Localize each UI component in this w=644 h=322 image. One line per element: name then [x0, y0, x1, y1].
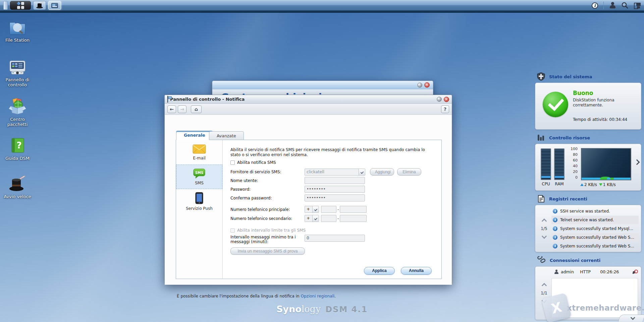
log-text: Telnet service was started.: [560, 218, 614, 222]
pager-count: 1/1: [541, 291, 547, 295]
sidebar-item-label: SMS: [195, 181, 204, 185]
info-icon: i: [553, 244, 557, 248]
primary-phone-label: Numero telefonico principale:: [230, 207, 305, 212]
status-ok-icon: [543, 92, 568, 117]
chevron-down-icon: [312, 215, 319, 222]
disconnect-icon[interactable]: [633, 270, 638, 274]
dialog-footer: È possibile cambiare l'impostazione dell…: [177, 294, 336, 298]
provider-value: clickatell: [305, 169, 359, 175]
desktop-icon-label: File Station: [0, 38, 35, 43]
back-button[interactable]: ←: [167, 105, 176, 113]
help-button[interactable]: ?: [441, 105, 449, 113]
secondary-area-input[interactable]: [321, 215, 336, 222]
sidebar-item-label: E-mail: [193, 156, 206, 160]
info-icon: i: [553, 218, 557, 222]
desktop-icon-quick-start[interactable]: Avvio veloce: [0, 176, 35, 199]
delete-provider-button[interactable]: Elimina: [397, 168, 421, 176]
desktop-icon-control-panel[interactable]: Pannello di controllo: [0, 60, 35, 87]
username-input[interactable]: [305, 177, 365, 184]
pager-down-icon[interactable]: [541, 298, 547, 304]
primary-number-input[interactable]: [340, 206, 367, 213]
tab-avanzate[interactable]: Avanzate: [209, 131, 244, 140]
footer-text: È possibile cambiare l'impostazione dell…: [177, 294, 301, 298]
enable-sms-checkbox[interactable]: [230, 160, 235, 165]
desktop-icon-file-station[interactable]: File Station: [0, 19, 35, 43]
show-desktop-button[interactable]: [3, 1, 8, 10]
widget-panel: Stato del sistema Buono DiskStation funz…: [535, 71, 641, 320]
connections-pager: 1/1: [537, 267, 551, 320]
user-menu-icon[interactable]: [609, 2, 616, 9]
provider-select[interactable]: clickatell: [305, 169, 365, 176]
enable-interval-checkbox[interactable]: [230, 228, 235, 233]
pager-up-icon[interactable]: [541, 218, 547, 224]
taskbar-right-cluster: i: [592, 2, 641, 9]
main-menu-button[interactable]: [10, 1, 31, 10]
upload-rate: 2 KB/s: [584, 182, 597, 187]
log-text: System successfully started Web S...: [560, 244, 634, 248]
sidebar-item-sms[interactable]: SMS SMS: [176, 165, 222, 189]
axis-tick: 80: [569, 152, 578, 157]
widget-title: Stato del sistema: [549, 74, 592, 79]
network-rates: 2 KB/s 1 KB/s: [580, 182, 616, 187]
pager-up-icon[interactable]: [541, 283, 547, 288]
primary-area-input[interactable]: [321, 206, 336, 213]
status-message: DiskStation funziona correttamente.: [573, 98, 630, 108]
status-value: Buono: [573, 90, 593, 96]
desktop-icon-label: Avvio veloce: [0, 194, 35, 199]
monitor-icon: [51, 3, 58, 8]
resource-expand-icon[interactable]: [634, 159, 640, 165]
password-input[interactable]: ••••••••: [305, 186, 365, 193]
sms-icon-text: SMS: [195, 171, 203, 175]
pager-count: 1/5: [541, 226, 547, 231]
document-lines-icon: [537, 195, 545, 203]
dialog-titlebar[interactable]: Pannello di controllo - Notifica ✕: [165, 95, 452, 104]
bar-chart-icon: [537, 134, 545, 141]
info-icon[interactable]: i: [592, 2, 598, 9]
cpu-gauge: [541, 148, 551, 180]
interval-input[interactable]: 0: [305, 235, 365, 242]
desktop-icon-dsm-help[interactable]: ? Guida DSM: [0, 137, 35, 161]
download-rate: 1 KB/s: [603, 182, 616, 187]
sidebar-item-email[interactable]: E-mail: [176, 140, 222, 165]
secondary-number-input[interactable]: [340, 215, 367, 222]
taskbar-app-quick-start[interactable]: [33, 1, 46, 10]
log-row: iSystem successfully started Mysql...: [551, 224, 639, 233]
enable-sms-label: Abilita notifica SMS: [237, 160, 276, 165]
provider-label: Fornitore di servizio SMS:: [230, 170, 305, 174]
cancel-button[interactable]: Annulla: [401, 267, 432, 275]
connection-user: admin: [561, 269, 574, 274]
apply-button[interactable]: Applica: [364, 267, 395, 275]
password-label: Password:: [230, 187, 305, 192]
desktop: SynologyDSM 4.1 File Station: [0, 0, 644, 322]
close-icon[interactable]: ✕: [444, 97, 449, 102]
search-icon[interactable]: [621, 2, 629, 9]
send-test-sms-button[interactable]: Invia un messaggio SMS di prova: [230, 247, 305, 255]
app-grid-icon: [17, 2, 24, 9]
ram-gauge: [554, 148, 565, 180]
current-connections-header: Connessioni correnti: [537, 256, 641, 264]
dsm-version: DSM 4.1: [325, 305, 368, 314]
pager-down-icon[interactable]: [541, 233, 547, 239]
storage-manager-titlebar[interactable]: ✕: [212, 81, 433, 89]
dialog-toolbar: ← → ⌂ ?: [165, 104, 452, 115]
desktop-icon-package-center[interactable]: Centro pacchetti: [0, 98, 35, 127]
recent-logs-header: Registri recenti: [537, 195, 641, 203]
widget-panel-collapse-button[interactable]: [618, 315, 644, 322]
close-icon[interactable]: ✕: [424, 82, 430, 88]
minimize-button[interactable]: [437, 97, 442, 102]
tab-generale[interactable]: Generale: [176, 131, 213, 140]
confirm-password-input[interactable]: ••••••••: [305, 194, 365, 201]
forward-button[interactable]: →: [178, 105, 186, 113]
taskbar-app-active-window[interactable]: [48, 1, 61, 10]
sidebar-item-push-service[interactable]: Servizio Push: [176, 189, 222, 214]
add-provider-button[interactable]: Aggiungi: [370, 168, 394, 176]
primary-country-code-select[interactable]: +: [305, 206, 319, 213]
system-status-card: Buono DiskStation funziona correttamente…: [535, 83, 641, 130]
minimize-button[interactable]: [417, 83, 422, 88]
connections-list-area: [551, 278, 638, 318]
secondary-country-code-select[interactable]: +: [305, 215, 319, 222]
widget-panel-toggle-icon[interactable]: [634, 3, 641, 8]
home-button[interactable]: ⌂: [191, 105, 202, 113]
country-code-value: +: [305, 215, 312, 222]
regional-options-link[interactable]: Opzioni regionali: [301, 294, 335, 298]
